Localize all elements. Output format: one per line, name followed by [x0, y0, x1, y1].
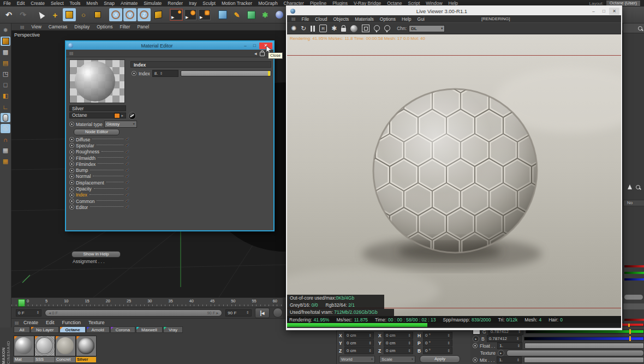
- axis-lock-icon[interactable]: Z: [138, 8, 151, 21]
- texture-field[interactable]: [506, 350, 644, 356]
- live-viewer-maximize-button[interactable]: □: [599, 8, 609, 15]
- current-frame-field[interactable]: 0 F ⇕: [16, 309, 41, 317]
- pause-render-icon[interactable]: [311, 26, 315, 32]
- back-arrow-icon[interactable]: ◂: [254, 51, 257, 56]
- workplane-reset-icon[interactable]: ▦: [1, 157, 10, 166]
- material-editor-titlebar[interactable]: Material Editor – □ ✕: [66, 41, 273, 50]
- material-swatch[interactable]: Silver: [76, 336, 96, 362]
- channel-dot-icon[interactable]: [69, 137, 74, 142]
- material-channel-row[interactable]: Opacity ✔: [69, 186, 129, 192]
- workplane-mode-icon[interactable]: ▤: [1, 58, 10, 68]
- position-field[interactable]: 0 cm⇕: [344, 347, 374, 354]
- layer-tab[interactable]: All: [14, 326, 30, 333]
- material-swatch[interactable]: Mat: [14, 336, 34, 362]
- region-render-icon[interactable]: R: [319, 25, 327, 32]
- channel-dot-icon[interactable]: [69, 180, 74, 185]
- undo-icon[interactable]: ↶: [2, 8, 15, 21]
- material-channel-row[interactable]: Common ✔: [69, 198, 129, 204]
- index-slider[interactable]: [181, 70, 271, 76]
- lv-menu-item[interactable]: Materials: [355, 16, 373, 22]
- menu-item[interactable]: Iray: [189, 1, 196, 6]
- channel-dot-icon[interactable]: [69, 187, 74, 192]
- render-settings-icon[interactable]: ▶: [198, 8, 211, 21]
- position-field[interactable]: 0 cm⇕: [344, 332, 374, 339]
- redo-icon[interactable]: ↷: [16, 8, 29, 21]
- spline-pen-icon[interactable]: ✎: [230, 8, 243, 21]
- engine-expand-icon[interactable]: ▸: [121, 112, 123, 118]
- viewport-menu-item[interactable]: Display: [74, 24, 90, 29]
- channel-dot-icon[interactable]: [69, 162, 74, 166]
- viewport-grip-icon[interactable]: ▤: [20, 25, 25, 29]
- channel-checkbox[interactable]: ✔: [126, 193, 129, 198]
- channel-dot-icon[interactable]: [69, 205, 74, 210]
- material-channel-row[interactable]: Roughness ✔: [69, 149, 129, 155]
- material-channel-row[interactable]: Bump ✔: [69, 167, 129, 173]
- restart-render-icon[interactable]: ↻: [301, 25, 306, 32]
- menu-item[interactable]: Render: [168, 1, 183, 6]
- pointer-icon[interactable]: [628, 184, 632, 189]
- channel-checkbox[interactable]: ✔: [126, 156, 129, 160]
- channel-checkbox[interactable]: ✔: [126, 150, 129, 154]
- channel-dot-icon[interactable]: [69, 156, 74, 160]
- rotate-tool-icon[interactable]: ○: [77, 8, 90, 21]
- material-channel-row[interactable]: Normal ✔: [69, 174, 129, 180]
- expand-blue-icon[interactable]: ▸: [473, 336, 479, 342]
- play-button[interactable]: [273, 308, 283, 318]
- scale-tool-icon[interactable]: [63, 8, 76, 21]
- rotation-field[interactable]: 0 °⇕: [423, 347, 452, 354]
- matman-menu-item[interactable]: Create: [23, 320, 38, 325]
- scale-field[interactable]: 0 cm⇕: [384, 339, 413, 347]
- octane-logo-icon[interactable]: ✺: [291, 25, 296, 32]
- menu-item[interactable]: Select: [51, 1, 64, 6]
- index-dot-icon[interactable]: [132, 71, 136, 76]
- apply-button[interactable]: Apply: [420, 355, 460, 363]
- zoom-icon[interactable]: [636, 185, 640, 189]
- live-viewer-close-button[interactable]: ✕: [609, 8, 619, 15]
- live-viewer-minimize-button[interactable]: –: [588, 8, 599, 15]
- lock-icon[interactable]: [260, 52, 265, 56]
- material-thumbnail[interactable]: [55, 336, 76, 356]
- tool-history-icon[interactable]: ✸: [1, 26, 10, 35]
- material-channel-row[interactable]: Filmwidth ✔: [69, 155, 129, 161]
- last-tool-icon[interactable]: [91, 8, 104, 21]
- lv-menu-item[interactable]: Gui: [418, 16, 425, 22]
- viewport-input-icon[interactable]: [1, 113, 10, 122]
- edges-mode-icon[interactable]: ◻: [1, 80, 10, 89]
- channel-checkbox[interactable]: ✔: [126, 180, 129, 185]
- menu-item[interactable]: Create: [31, 1, 45, 6]
- material-thumbnail[interactable]: [14, 336, 34, 356]
- layer-tab[interactable]: Maxwell: [136, 326, 163, 333]
- layer-tab[interactable]: Arnold: [86, 326, 110, 333]
- material-ball-icon[interactable]: [350, 25, 357, 32]
- sliver-field[interactable]: [623, 303, 644, 309]
- end-frame-field[interactable]: 90 F ⇕: [225, 309, 251, 317]
- material-swatch[interactable]: Concret: [55, 336, 75, 362]
- menu-item[interactable]: Simulate: [144, 1, 162, 6]
- coordinate-system-icon[interactable]: [152, 8, 165, 21]
- material-channel-row[interactable]: Specular ✔: [69, 142, 129, 148]
- channel-dot-icon[interactable]: [69, 174, 74, 179]
- layer-tab[interactable]: Corona: [110, 326, 135, 333]
- material-preview[interactable]: [69, 59, 125, 103]
- lv-grip-icon[interactable]: ▤: [291, 16, 296, 21]
- mix-value-field[interactable]: 1.⇕: [497, 356, 522, 363]
- expand-texture-icon[interactable]: ▸: [498, 350, 504, 356]
- show-in-help-button[interactable]: Show in Help: [71, 251, 121, 258]
- material-channel-row[interactable]: Displacement ✔: [69, 180, 129, 186]
- timeline-ruler[interactable]: 051015202530354045505560: [11, 297, 283, 307]
- rotation-field[interactable]: 0 °⇕: [423, 332, 452, 339]
- matman-menu-item[interactable]: Edit: [46, 320, 55, 325]
- matman-menu-item[interactable]: Function: [62, 320, 81, 325]
- red-channel-bar-2[interactable]: [624, 319, 644, 321]
- channel-checkbox[interactable]: ✔: [126, 162, 129, 166]
- index-value-field[interactable]: 8. ⇕: [152, 70, 178, 77]
- material-name-field[interactable]: Silver: [69, 105, 126, 111]
- lv-menu-item[interactable]: Cloud: [315, 16, 327, 22]
- lv-menu-item[interactable]: Objects: [333, 16, 349, 22]
- menu-item[interactable]: Snap: [104, 1, 115, 6]
- picture-in-picture-icon[interactable]: [362, 25, 369, 32]
- channel-checkbox[interactable]: ✔: [126, 174, 129, 179]
- axis-mode-icon[interactable]: ∟: [1, 102, 10, 111]
- channel-dot-icon[interactable]: [69, 193, 74, 198]
- channel-dot-icon[interactable]: [69, 150, 74, 154]
